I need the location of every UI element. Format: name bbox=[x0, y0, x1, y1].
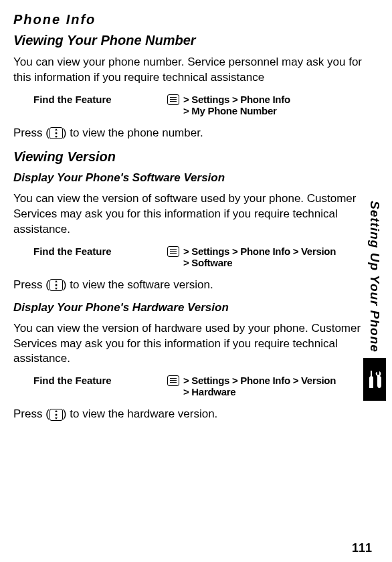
menu-icon bbox=[167, 375, 179, 386]
feature-path-line2: > My Phone Number bbox=[183, 105, 290, 116]
find-feature-hardware: Find the Feature > Settings > Phone Info… bbox=[13, 375, 365, 397]
find-feature-label: Find the Feature bbox=[13, 94, 167, 105]
find-feature-label-hw: Find the Feature bbox=[13, 375, 167, 386]
software-version-title: Display Your Phone's Software Version bbox=[13, 171, 365, 185]
press-text-before-sw: Press ( bbox=[13, 278, 50, 291]
hardware-version-title: Display Your Phone's Hardware Version bbox=[13, 301, 365, 314]
menu-icon bbox=[167, 94, 179, 105]
phone-number-body: You can view your phone number. Service … bbox=[13, 55, 365, 86]
press-software-version: Press () to view the software version. bbox=[13, 278, 365, 293]
nav-icon bbox=[50, 279, 63, 291]
feature-path-hw-line1: > Settings > Phone Info > Version bbox=[183, 375, 336, 386]
menu-icon bbox=[167, 246, 179, 257]
press-text-before-hw: Press ( bbox=[13, 407, 50, 420]
nav-icon bbox=[50, 127, 63, 139]
viewing-version-title: Viewing Version bbox=[13, 149, 365, 165]
feature-path-sw-line1: > Settings > Phone Info > Version bbox=[183, 246, 336, 257]
sidebar-icon-box bbox=[363, 358, 386, 401]
feature-path-hw-line2: > Hardware bbox=[183, 386, 336, 397]
sidebar-chapter-label: Setting Up Your Phone bbox=[367, 201, 382, 353]
tools-icon bbox=[367, 369, 383, 389]
find-feature-label-sw: Find the Feature bbox=[13, 246, 167, 257]
press-phone-number: Press () to view the phone number. bbox=[13, 126, 365, 141]
press-text-before: Press ( bbox=[13, 126, 50, 139]
find-feature-phone-number: Find the Feature > Settings > Phone Info… bbox=[13, 94, 365, 116]
press-text-after: ) to view the phone number. bbox=[63, 126, 203, 139]
feature-path-line1: > Settings > Phone Info bbox=[183, 94, 290, 105]
feature-path-sw-line2: > Software bbox=[183, 257, 336, 268]
viewing-phone-number-title: Viewing Your Phone Number bbox=[13, 33, 365, 48]
page-number: 111 bbox=[352, 541, 372, 555]
press-text-after-hw: ) to view the hardware version. bbox=[63, 407, 218, 420]
find-feature-software: Find the Feature > Settings > Phone Info… bbox=[13, 246, 365, 268]
press-text-after-sw: ) to view the software version. bbox=[63, 278, 213, 291]
press-hardware-version: Press () to view the hardware version. bbox=[13, 407, 365, 422]
section-title: Phone Info bbox=[13, 12, 365, 27]
right-sidebar: Setting Up Your Phone bbox=[364, 201, 385, 401]
hardware-version-body: You can view the version of hardware use… bbox=[13, 321, 365, 367]
software-version-body: You can view the version of software use… bbox=[13, 191, 365, 238]
nav-icon bbox=[50, 409, 63, 421]
